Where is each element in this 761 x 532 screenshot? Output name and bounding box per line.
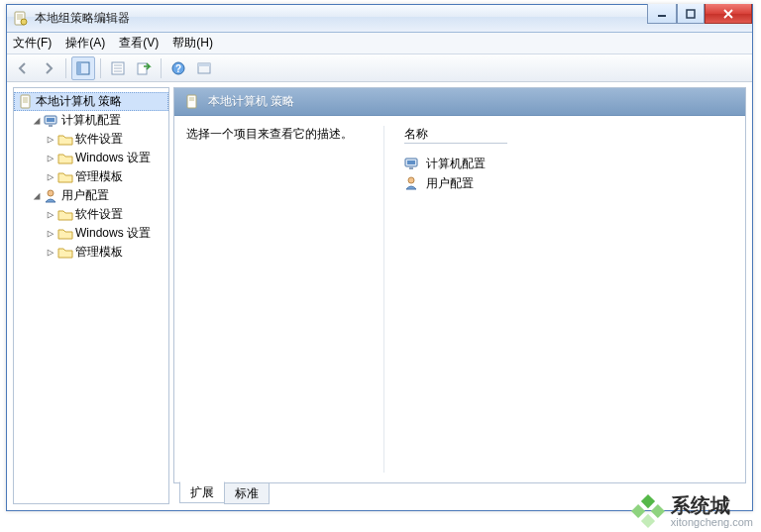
tree-item-label: 管理模板 [75, 168, 123, 185]
app-window: 本地组策略编辑器 文件(F) 操作(A) 查看(V) 帮助(H) ? 本地计算机 [6, 4, 753, 511]
menu-view[interactable]: 查看(V) [119, 35, 159, 52]
content-title: 本地计算机 策略 [208, 93, 294, 110]
folder-icon [57, 207, 73, 223]
app-icon [13, 11, 29, 27]
tab-extended[interactable]: 扩展 [179, 481, 225, 503]
computer-icon [44, 113, 59, 129]
tree-c-software[interactable]: ▷ 软件设置 [14, 130, 168, 149]
svg-point-25 [48, 190, 54, 196]
menu-help[interactable]: 帮助(H) [172, 35, 213, 52]
svg-text:?: ? [175, 63, 181, 74]
tree-item-label: 计算机配置 [61, 112, 121, 129]
list-item-label: 计算机配置 [426, 156, 486, 172]
folder-icon [57, 245, 73, 261]
list-column: 名称 计算机配置 用户配置 [404, 126, 733, 473]
toolbar-separator [161, 58, 162, 78]
svg-rect-5 [658, 15, 666, 17]
collapse-icon[interactable]: ◢ [32, 114, 42, 127]
toolbar-separator [100, 58, 101, 78]
collapse-icon[interactable]: ◢ [32, 189, 42, 202]
expand-icon[interactable]: ▷ [46, 246, 55, 259]
menubar: 文件(F) 操作(A) 查看(V) 帮助(H) [7, 33, 752, 54]
list-item-computer[interactable]: 计算机配置 [404, 154, 733, 173]
toolbar-separator [65, 58, 66, 78]
document-icon [18, 94, 34, 110]
expand-icon[interactable]: ▷ [46, 208, 55, 221]
tree-item-label: 用户配置 [61, 187, 109, 204]
expand-icon[interactable]: ▷ [46, 152, 55, 164]
svg-point-32 [408, 177, 414, 183]
svg-rect-6 [687, 10, 695, 18]
properties-button[interactable] [106, 56, 130, 80]
computer-icon [404, 156, 420, 171]
export-button[interactable] [132, 56, 156, 80]
brand-url: xitongcheng.com [671, 516, 753, 528]
tab-standard[interactable]: 标准 [224, 482, 270, 504]
svg-rect-36 [641, 514, 655, 528]
brand-logo-icon [631, 494, 665, 528]
svg-rect-8 [77, 62, 81, 74]
folder-icon [57, 226, 73, 242]
svg-rect-13 [138, 63, 147, 74]
tree-c-admin[interactable]: ▷ 管理模板 [14, 167, 168, 186]
folder-icon [57, 169, 73, 185]
tree-computer-config[interactable]: ◢ 计算机配置 [14, 111, 168, 130]
tree-user-config[interactable]: ◢ 用户配置 [14, 186, 168, 205]
show-tree-button[interactable] [71, 56, 95, 80]
back-button[interactable] [11, 56, 35, 80]
user-icon [44, 188, 59, 204]
maximize-button[interactable] [677, 4, 705, 24]
toolbar: ? [7, 54, 752, 82]
menu-action[interactable]: 操作(A) [65, 35, 105, 52]
titlebar[interactable]: 本地组策略编辑器 [7, 5, 752, 33]
folder-icon [57, 132, 73, 148]
help-button[interactable]: ? [166, 56, 190, 80]
svg-rect-31 [409, 167, 413, 169]
tree-u-software[interactable]: ▷ 软件设置 [14, 205, 168, 224]
tree-item-label: 软件设置 [75, 206, 123, 223]
svg-rect-23 [47, 118, 54, 122]
name-column-header[interactable]: 名称 [404, 126, 507, 144]
minimize-button[interactable] [647, 4, 677, 24]
body: 本地计算机 策略 ◢ 计算机配置 ▷ 软件设置 ▷ Windows 设置 ▷ 管… [7, 83, 752, 510]
tree-c-windows[interactable]: ▷ Windows 设置 [14, 149, 168, 167]
hint-text: 选择一个项目来查看它的描述。 [186, 127, 353, 141]
item-list: 计算机配置 用户配置 [404, 154, 733, 193]
brand-text: 系统城 [671, 494, 753, 516]
folder-icon [57, 151, 73, 166]
tree-u-windows[interactable]: ▷ Windows 设置 [14, 224, 168, 243]
expand-icon[interactable]: ▷ [46, 170, 55, 183]
window-buttons [647, 4, 752, 24]
list-item-user[interactable]: 用户配置 [404, 173, 733, 193]
svg-rect-35 [631, 504, 645, 518]
svg-rect-30 [407, 160, 415, 164]
svg-rect-26 [187, 95, 196, 108]
tree-panel: 本地计算机 策略 ◢ 计算机配置 ▷ 软件设置 ▷ Windows 设置 ▷ 管… [13, 87, 169, 504]
svg-rect-24 [49, 125, 53, 127]
close-button[interactable] [705, 4, 752, 24]
content-body: 选择一个项目来查看它的描述。 名称 计算机配置 用户配置 [174, 116, 745, 482]
document-icon [184, 94, 200, 110]
tree-root[interactable]: 本地计算机 策略 [14, 92, 168, 111]
content-panel: 本地计算机 策略 选择一个项目来查看它的描述。 名称 计算机配置 [173, 87, 746, 504]
svg-rect-33 [641, 494, 655, 508]
expand-icon[interactable]: ▷ [46, 227, 55, 240]
menu-file[interactable]: 文件(F) [13, 35, 52, 52]
tree-u-admin[interactable]: ▷ 管理模板 [14, 243, 168, 262]
content-inner: 本地计算机 策略 选择一个项目来查看它的描述。 名称 计算机配置 [173, 87, 746, 483]
expand-icon[interactable]: ▷ [46, 133, 55, 146]
tree-item-label: 管理模板 [75, 244, 123, 261]
svg-rect-17 [198, 63, 210, 66]
filter-button[interactable] [192, 56, 216, 80]
forward-button[interactable] [37, 56, 60, 80]
tree-item-label: Windows 设置 [75, 150, 151, 166]
window-title: 本地组策略编辑器 [35, 10, 130, 27]
tree-item-label: Windows 设置 [75, 225, 151, 242]
svg-point-4 [21, 19, 27, 25]
tree-item-label: 软件设置 [75, 131, 123, 148]
tree-root-label: 本地计算机 策略 [36, 93, 122, 110]
content-header: 本地计算机 策略 [174, 88, 745, 116]
user-icon [404, 175, 420, 191]
svg-rect-34 [651, 504, 665, 518]
description-column: 选择一个项目来查看它的描述。 [186, 126, 384, 473]
